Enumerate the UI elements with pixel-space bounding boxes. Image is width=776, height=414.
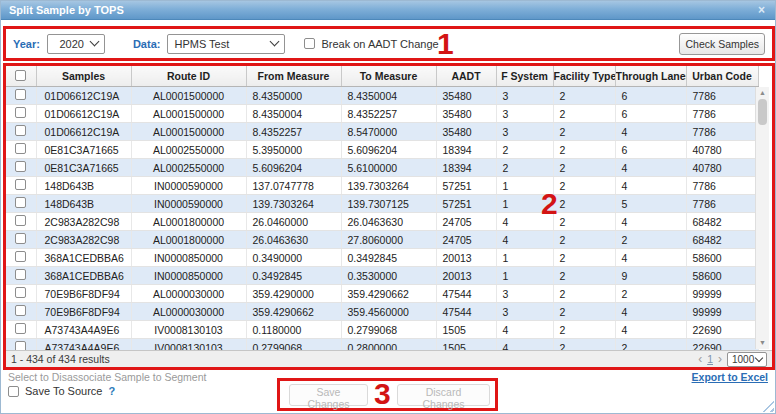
row-checkbox[interactable] xyxy=(15,251,26,262)
cell-route-id: IV0008130103 xyxy=(131,321,246,339)
row-checkbox[interactable] xyxy=(15,287,26,298)
samples-grid: Samples Route ID From Measure To Measure… xyxy=(6,66,772,367)
cell-f-system: 2 xyxy=(496,159,553,177)
cell-samples: 368A1CEDBBA6 xyxy=(36,249,131,267)
samples-table: Samples Route ID From Measure To Measure… xyxy=(6,66,759,357)
cell-through-lanes: 4 xyxy=(615,321,686,339)
year-select[interactable]: 2020 xyxy=(47,34,105,54)
pager-next-icon[interactable]: › xyxy=(718,353,722,365)
close-icon[interactable]: × xyxy=(758,3,765,17)
row-checkbox[interactable] xyxy=(15,323,26,334)
cell-to-measure: 0.2799068 xyxy=(341,321,436,339)
cell-urban-code: 99999 xyxy=(686,285,758,303)
cell-through-lanes: 4 xyxy=(615,213,686,231)
row-checkbox[interactable] xyxy=(15,179,26,190)
pager-page-button[interactable]: 1 xyxy=(707,353,713,365)
cell-aadt: 57251 xyxy=(436,177,496,195)
cell-route-id: IN0000590000 xyxy=(131,177,246,195)
scrollbar-thumb[interactable] xyxy=(758,99,767,125)
row-checkbox-cell xyxy=(6,141,36,159)
export-to-excel-link[interactable]: Export to Excel xyxy=(692,371,768,383)
row-checkbox[interactable] xyxy=(15,161,26,172)
page-size-select[interactable]: 1000 xyxy=(727,352,767,367)
cell-route-id: IN0000590000 xyxy=(131,195,246,213)
cell-urban-code: 99999 xyxy=(686,303,758,321)
row-checkbox[interactable] xyxy=(15,233,26,244)
cell-to-measure: 359.4560000 xyxy=(341,303,436,321)
table-row: 368A1CEDBBA6IN00008500000.34928450.35300… xyxy=(6,267,758,285)
save-changes-button[interactable]: Save Changes xyxy=(289,384,368,406)
cell-to-measure: 5.6100000 xyxy=(341,159,436,177)
column-header-samples[interactable]: Samples xyxy=(36,66,131,87)
row-checkbox-cell xyxy=(6,105,36,123)
row-checkbox[interactable] xyxy=(15,269,26,280)
cell-samples: 2C983A282C98 xyxy=(36,231,131,249)
row-checkbox-cell xyxy=(6,213,36,231)
cell-samples: 148D643B xyxy=(36,177,131,195)
cell-route-id: AL0002550000 xyxy=(131,159,246,177)
resize-grip[interactable] xyxy=(761,399,774,412)
row-checkbox[interactable] xyxy=(15,107,26,118)
row-checkbox[interactable] xyxy=(15,305,26,316)
data-label: Data: xyxy=(133,38,161,50)
chevron-down-icon xyxy=(89,37,99,47)
cell-aadt: 1505 xyxy=(436,321,496,339)
help-icon[interactable]: ? xyxy=(108,385,115,397)
cell-through-lanes: 4 xyxy=(615,177,686,195)
row-checkbox[interactable] xyxy=(15,89,26,100)
cell-f-system: 1 xyxy=(496,267,553,285)
column-header-urban-code[interactable]: Urban Code xyxy=(686,66,758,87)
cell-samples: A73743A4A9E6 xyxy=(36,321,131,339)
column-header-from-measure[interactable]: From Measure xyxy=(246,66,341,87)
cell-facility-type: 2 xyxy=(553,195,615,213)
cell-facility-type: 2 xyxy=(553,87,615,105)
cell-facility-type: 2 xyxy=(553,267,615,285)
column-header-f-system[interactable]: F System xyxy=(496,66,553,87)
cell-to-measure: 8.4350004 xyxy=(341,87,436,105)
row-checkbox[interactable] xyxy=(15,215,26,226)
row-checkbox-cell xyxy=(6,177,36,195)
cell-aadt: 18394 xyxy=(436,141,496,159)
table-row: 01D06612C19AAL00015000008.43500008.43500… xyxy=(6,87,758,105)
cell-to-measure: 26.0463630 xyxy=(341,213,436,231)
cell-samples: 70E9B6F8DF94 xyxy=(36,303,131,321)
annotation-box-2: Samples Route ID From Measure To Measure… xyxy=(3,63,775,370)
select-all-checkbox[interactable] xyxy=(15,70,26,81)
cell-route-id: AL0001500000 xyxy=(131,87,246,105)
data-select[interactable]: HPMS Test xyxy=(167,34,285,54)
cell-f-system: 4 xyxy=(496,321,553,339)
column-header-facility-type[interactable]: Facility Type xyxy=(553,66,615,87)
column-header-route-id[interactable]: Route ID xyxy=(131,66,246,87)
cell-aadt: 24705 xyxy=(436,231,496,249)
grid-pager-bar: 1 - 434 of 434 results ‹ 1 › 1000 xyxy=(6,350,772,367)
row-checkbox[interactable] xyxy=(15,197,26,208)
vertical-scrollbar[interactable]: ▲ ▼ xyxy=(755,87,769,349)
scroll-down-icon[interactable]: ▼ xyxy=(756,338,769,348)
cell-to-measure: 8.4352257 xyxy=(341,105,436,123)
check-samples-button[interactable]: Check Samples xyxy=(679,33,765,55)
row-checkbox-cell xyxy=(6,195,36,213)
scroll-up-icon[interactable]: ▲ xyxy=(756,88,769,98)
cell-urban-code: 58600 xyxy=(686,249,758,267)
row-checkbox[interactable] xyxy=(15,125,26,136)
cell-to-measure: 27.8060000 xyxy=(341,231,436,249)
split-sample-dialog: Split Sample by TOPS × Year: 2020 Data: … xyxy=(0,0,776,414)
cell-urban-code: 7786 xyxy=(686,87,758,105)
pager-prev-icon[interactable]: ‹ xyxy=(698,353,702,365)
year-label: Year: xyxy=(13,38,40,50)
cell-to-measure: 8.5470000 xyxy=(341,123,436,141)
row-checkbox-cell xyxy=(6,303,36,321)
column-header-to-measure[interactable]: To Measure xyxy=(341,66,436,87)
save-to-source-checkbox[interactable] xyxy=(8,386,19,397)
column-header-through-lanes[interactable]: Through Lanes xyxy=(615,66,686,87)
cell-urban-code: 7786 xyxy=(686,177,758,195)
dialog-titlebar[interactable]: Split Sample by TOPS × xyxy=(1,1,775,20)
row-checkbox[interactable] xyxy=(15,143,26,154)
discard-changes-button[interactable]: Discard Changes xyxy=(397,384,490,406)
row-checkbox-cell xyxy=(6,87,36,105)
break-on-aadt-checkbox[interactable] xyxy=(304,38,315,49)
cell-from-measure: 5.6096204 xyxy=(246,159,341,177)
cell-from-measure: 0.3492845 xyxy=(246,267,341,285)
column-header-aadt[interactable]: AADT xyxy=(436,66,496,87)
cell-facility-type: 2 xyxy=(553,159,615,177)
